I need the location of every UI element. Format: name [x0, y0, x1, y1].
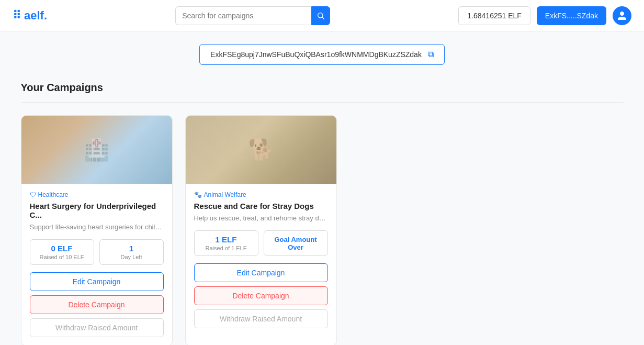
logo: ⠿ aelf. [13, 9, 47, 23]
section-title: Your Campaigns [21, 82, 624, 94]
campaign-image-1 [21, 116, 172, 184]
header: ⠿ aelf. 1.68416251 ELF ExkFS.....SZdak [0, 0, 644, 31]
copy-icon[interactable]: ⧉ [428, 50, 434, 59]
search-bar [175, 6, 330, 25]
balance-button[interactable]: 1.68416251 ELF [458, 6, 530, 25]
campaign-title-2: Rescue and Care for Stray Dogs [194, 202, 328, 210]
wallet-address-box: ExkFSEg8upj7JnwSFuBuQxiQBAsr1o9fkWNMMDgB… [199, 44, 445, 65]
campaign-body-2: 🐾 Animal Welfare Rescue and Care for Str… [186, 184, 336, 337]
campaign-category-2: 🐾 Animal Welfare [194, 191, 328, 198]
stat-value-days-1: 1 [107, 244, 156, 253]
search-input[interactable] [175, 6, 311, 25]
withdraw-button-2[interactable]: Withdraw Raised Amount [194, 309, 328, 328]
wallet-button[interactable]: ExkFS.....SZdak [537, 6, 606, 25]
svg-line-1 [322, 17, 324, 19]
animal-welfare-icon: 🐾 [194, 191, 202, 198]
healthcare-icon: 🛡 [30, 191, 36, 198]
campaign-title-1: Heart Surgery for Underprivileged C... [30, 202, 164, 219]
stat-box-goal-over-2: Goal Amount Over [264, 230, 328, 256]
wallet-address-text: ExkFSEg8upj7JnwSFuBuQxiQBAsr1o9fkWNMMDgB… [210, 50, 422, 59]
campaign-stats-1: 0 ELF Raised of 10 ELF 1 Day Left [30, 239, 164, 265]
edit-campaign-button-1[interactable]: Edit Campaign [30, 272, 164, 291]
stat-label-raised-1: Raised of 10 ELF [38, 254, 86, 260]
campaign-body-1: 🛡 Healthcare Heart Surgery for Underpriv… [21, 184, 172, 345]
logo-text: aelf. [24, 9, 47, 23]
delete-campaign-button-1[interactable]: Delete Campaign [30, 295, 164, 314]
campaign-category-1: 🛡 Healthcare [30, 191, 164, 198]
campaign-desc-2: Help us rescue, treat, and rehome stray … [194, 214, 328, 223]
category-label-2: Animal Welfare [204, 191, 246, 198]
search-icon [317, 12, 325, 20]
category-label-1: Healthcare [38, 191, 69, 198]
stat-label-days-1: Day Left [107, 254, 156, 260]
withdraw-button-1[interactable]: Withdraw Raised Amount [30, 318, 164, 337]
stat-label-raised-2: Raised of 1 ELF [202, 245, 251, 251]
search-button[interactable] [311, 6, 330, 25]
stat-value-raised-1: 0 ELF [38, 244, 86, 253]
campaign-card-1: 🛡 Healthcare Heart Surgery for Underpriv… [21, 115, 173, 345]
campaign-card-2: 🐾 Animal Welfare Rescue and Care for Str… [185, 115, 337, 345]
svg-point-0 [318, 13, 323, 17]
header-right: 1.68416251 ELF ExkFS.....SZdak [458, 6, 631, 25]
user-icon [617, 10, 627, 21]
avatar-button[interactable] [613, 6, 631, 25]
goal-over-text: Goal Amount Over [272, 236, 320, 251]
main-content: ExkFSEg8upj7JnwSFuBuQxiQBAsr1o9fkWNMMDgB… [8, 31, 636, 345]
campaign-stats-2: 1 ELF Raised of 1 ELF Goal Amount Over [194, 230, 328, 256]
stat-box-days-1: 1 Day Left [99, 239, 164, 265]
stat-box-raised-2: 1 ELF Raised of 1 ELF [194, 230, 258, 256]
logo-dots-icon: ⠿ [13, 9, 21, 23]
wallet-address-bar: ExkFSEg8upj7JnwSFuBuQxiQBAsr1o9fkWNMMDgB… [21, 44, 624, 65]
edit-campaign-button-2[interactable]: Edit Campaign [194, 263, 328, 282]
campaign-image-2 [186, 116, 336, 184]
stat-value-raised-2: 1 ELF [202, 235, 251, 244]
delete-campaign-button-2[interactable]: Delete Campaign [194, 286, 328, 305]
campaigns-grid: 🛡 Healthcare Heart Surgery for Underpriv… [21, 115, 624, 345]
campaign-desc-1: Support life-saving heart surgeries for … [30, 222, 164, 232]
stat-box-raised-1: 0 ELF Raised of 10 ELF [30, 239, 94, 265]
section-divider [21, 102, 624, 103]
